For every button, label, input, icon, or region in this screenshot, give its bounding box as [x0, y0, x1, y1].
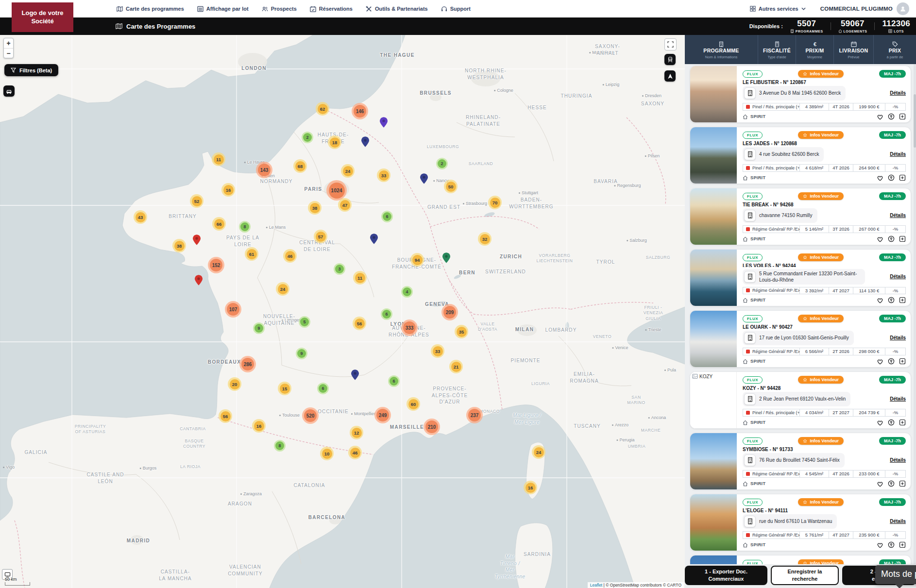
cluster-marker[interactable]: 57 [314, 230, 327, 243]
add-to-selection-icon[interactable] [899, 235, 906, 242]
cluster-marker[interactable]: 16 [252, 419, 266, 433]
locate-on-map-icon[interactable] [888, 174, 895, 181]
add-to-selection-icon[interactable] [899, 480, 906, 487]
cluster-marker[interactable]: 520 [302, 407, 319, 424]
tab-fiscalit-[interactable]: FISCALITÉType d'aide [758, 35, 796, 64]
cluster-marker[interactable]: 11 [212, 152, 225, 166]
favorite-heart-icon[interactable] [877, 297, 883, 303]
tab-prix[interactable]: PRIXà partir de [873, 35, 916, 64]
program-title-link[interactable]: LE FLIBUSTIER - N° 120867 [743, 80, 906, 84]
cluster-marker[interactable]: 38 [308, 201, 322, 215]
cluster-marker[interactable]: 68 [293, 159, 307, 173]
add-to-selection-icon[interactable] [899, 297, 906, 303]
infos-vendeur-badge[interactable]: Infos Vendeur [798, 192, 844, 200]
cluster-marker[interactable]: 10 [320, 447, 334, 460]
details-link[interactable]: Détails [890, 274, 906, 279]
add-to-selection-icon[interactable] [899, 113, 906, 120]
locate-on-map-icon[interactable] [888, 297, 895, 303]
cluster-marker[interactable]: 143 [256, 162, 272, 178]
program-pin[interactable] [380, 117, 388, 130]
other-services-menu[interactable]: Autres services [750, 6, 806, 12]
program-title-link[interactable]: SYMBIOSE - N° 91733 [743, 447, 906, 451]
cluster-marker[interactable]: 16 [524, 481, 537, 494]
nav-item-carte-des-programmes[interactable]: Carte des programmes [117, 6, 184, 12]
action-button-1[interactable]: 1 - Exporter Doc. Commerciaux [685, 566, 767, 585]
program-card[interactable]: FLUXInfos VendeurMAJ -7hLES JADES - N° 1… [690, 127, 911, 184]
cluster-marker[interactable]: 6 [317, 383, 329, 394]
zoom-in-button[interactable]: + [4, 38, 13, 48]
cluster-marker[interactable]: 1024 [326, 180, 347, 201]
cluster-marker[interactable]: 152 [208, 257, 224, 273]
nav-item-prospects[interactable]: Prospects [262, 6, 297, 12]
program-pin[interactable] [442, 252, 450, 265]
building-button[interactable] [744, 454, 756, 466]
cluster-marker[interactable]: 94 [410, 253, 424, 267]
tab-livraison[interactable]: LIVRAISONPrévue [833, 35, 873, 64]
details-link[interactable]: Détails [890, 90, 906, 96]
program-card[interactable]: FLUXInfos VendeurMAJ -7hSYMBIOSE - N° 91… [690, 433, 911, 490]
favorite-heart-icon[interactable] [877, 175, 883, 181]
infos-vendeur-badge[interactable]: Infos Vendeur [798, 315, 844, 322]
cluster-marker[interactable]: 6 [381, 211, 393, 222]
fullscreen-button[interactable] [664, 38, 677, 50]
favorite-heart-icon[interactable] [877, 114, 883, 120]
details-link[interactable]: Détails [890, 396, 906, 402]
program-title-link[interactable]: TIE BREAK - N° 94268 [743, 202, 906, 206]
locate-on-map-icon[interactable] [888, 480, 895, 487]
filters-button[interactable]: Filtres (Beta) [4, 64, 58, 76]
building-button[interactable] [744, 393, 756, 405]
add-to-selection-icon[interactable] [899, 419, 906, 426]
cluster-marker[interactable]: 47 [338, 198, 352, 212]
cluster-marker[interactable]: 32 [478, 232, 492, 246]
cluster-marker[interactable]: 209 [441, 304, 458, 320]
program-title-link[interactable]: LE QUARK - N° 90427 [743, 324, 906, 329]
program-card[interactable]: FLUXInfos VendeurMAJ -7hL'ELOGE - N° 941… [690, 494, 911, 551]
program-title-link[interactable]: KOZY - N° 94428 [743, 386, 906, 390]
cluster-marker[interactable]: 210 [424, 419, 440, 435]
program-card[interactable]: FLUXInfos VendeurMAJ -7hLES VOILES - N° … [690, 249, 911, 306]
cluster-marker[interactable]: 12 [350, 426, 363, 439]
program-pin[interactable] [361, 136, 369, 149]
favorite-heart-icon[interactable] [877, 420, 883, 426]
building-button[interactable] [744, 149, 756, 160]
cluster-marker[interactable]: 249 [374, 407, 391, 423]
favorite-heart-icon[interactable] [877, 358, 883, 365]
favorite-heart-icon[interactable] [877, 542, 883, 548]
cluster-marker[interactable]: 35 [455, 325, 468, 338]
nav-item-affichage-par-lot[interactable]: Affichage par lot [197, 6, 249, 12]
transit-layer-button[interactable] [664, 54, 676, 65]
cluster-marker[interactable]: 107 [225, 301, 241, 318]
add-to-selection-icon[interactable] [899, 174, 906, 181]
favorite-heart-icon[interactable] [877, 481, 883, 487]
nav-item-r-servations[interactable]: Réservations [310, 6, 353, 12]
cluster-marker[interactable]: 6 [388, 375, 400, 387]
infos-vendeur-badge[interactable]: Infos Vendeur [798, 498, 844, 506]
program-card[interactable]: KOZYFLUXInfos VendeurMAJ -7hKOZY - N° 94… [690, 371, 911, 429]
infos-vendeur-badge[interactable]: Infos Vendeur [798, 253, 844, 261]
cluster-marker[interactable]: 15 [278, 382, 291, 395]
program-title-link[interactable]: L'ELOGE - N° 94111 [743, 508, 906, 512]
building-button[interactable] [744, 271, 756, 283]
cluster-marker[interactable]: 38 [172, 239, 186, 252]
cluster-marker[interactable]: 56 [219, 409, 232, 423]
program-pin[interactable] [193, 235, 201, 247]
add-to-selection-icon[interactable] [899, 541, 906, 548]
cluster-marker[interactable]: 46 [348, 446, 362, 459]
locate-on-map-icon[interactable] [888, 113, 895, 120]
cluster-marker[interactable]: 3 [334, 263, 345, 275]
locate-on-map-icon[interactable] [888, 235, 895, 242]
cluster-marker[interactable]: 8 [274, 440, 286, 452]
cluster-marker[interactable]: 33 [377, 168, 390, 182]
infos-vendeur-badge[interactable]: Infos Vendeur [798, 559, 844, 564]
cluster-marker[interactable]: 6 [381, 308, 392, 320]
details-link[interactable]: Détails [890, 151, 906, 157]
cluster-marker[interactable]: 46 [283, 249, 297, 263]
cluster-marker[interactable]: 16 [221, 183, 235, 197]
program-pin[interactable] [351, 370, 359, 382]
cluster-marker[interactable]: 237 [466, 407, 483, 423]
program-title-link[interactable]: LES JADES - N° 120868 [743, 141, 906, 145]
action-button-2[interactable]: Enregistrer la recherche [771, 566, 839, 585]
program-card[interactable]: FLUXInfos VendeurMAJ -7hTIE BREAK - N° 9… [690, 188, 911, 245]
cluster-marker[interactable]: 20 [228, 377, 241, 391]
cluster-marker[interactable]: 61 [245, 247, 258, 261]
